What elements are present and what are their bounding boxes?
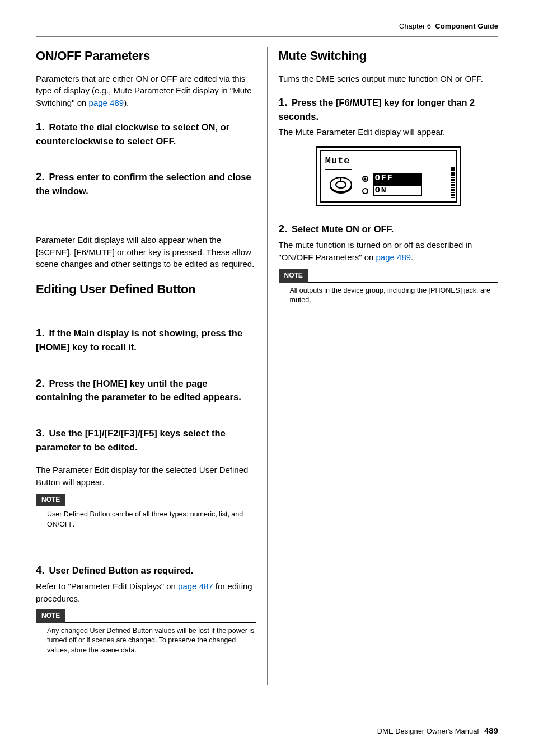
footer-text: DME Designer Owner's Manual bbox=[377, 727, 479, 735]
right-column: Mute Switching Turns the DME series outp… bbox=[267, 47, 499, 685]
heading-onoff: ON/OFF Parameters bbox=[36, 47, 256, 65]
link-page-487[interactable]: page 487 bbox=[178, 581, 213, 591]
note-text: Any changed User Defined Button values w… bbox=[36, 623, 256, 659]
step-number: 2. bbox=[36, 171, 45, 182]
ud-step4: 4. User Defined Button as required. bbox=[36, 562, 256, 578]
radio-selected-icon bbox=[362, 176, 368, 182]
step-text: User Defined Button as required. bbox=[46, 565, 193, 575]
lcd-option-on: ON bbox=[362, 185, 452, 197]
radio-unselected-icon bbox=[362, 188, 368, 194]
ud-step3: 3. Use the [F1]/[F2/[F3]/[F5] keys selec… bbox=[36, 425, 256, 454]
ud-step2: 2. Press the [HOME] key until the page c… bbox=[36, 375, 256, 404]
ud-after3: The Parameter Edit display for the selec… bbox=[36, 464, 256, 489]
step-text: Press enter to confirm the selection and… bbox=[36, 172, 251, 196]
mute-lcd-figure: Mute bbox=[316, 146, 461, 207]
chapter-label: Chapter 6 bbox=[399, 22, 431, 30]
footer: DME Designer Owner's Manual 489 bbox=[377, 725, 498, 737]
step-number: 1. bbox=[36, 327, 45, 339]
note-box-3: NOTE All outputs in the device group, in… bbox=[279, 269, 499, 309]
step-text: If the Main display is not showing, pres… bbox=[36, 328, 242, 352]
heading-mute: Mute Switching bbox=[279, 47, 499, 65]
page-number: 489 bbox=[484, 726, 498, 735]
text: Parameters that are either ON or OFF are… bbox=[36, 74, 252, 108]
step-number: 4. bbox=[36, 564, 45, 576]
lcd-option-off: OFF bbox=[362, 173, 452, 185]
onoff-intro: Parameters that are either ON or OFF are… bbox=[36, 73, 256, 109]
note-text: All outputs in the device group, includi… bbox=[279, 283, 499, 309]
rule bbox=[36, 533, 256, 533]
note-label: NOTE bbox=[279, 269, 308, 282]
step-text: Rotate the dial clockwise to select ON, … bbox=[36, 122, 229, 146]
chapter-title: Component Guide bbox=[435, 22, 498, 30]
left-column: ON/OFF Parameters Parameters that are ei… bbox=[36, 47, 267, 685]
link-page-489a[interactable]: page 489 bbox=[89, 98, 124, 107]
text: The mute function is turned on or off as… bbox=[279, 240, 472, 262]
lcd-scrollbar-icon bbox=[451, 167, 455, 199]
lcd-title: Mute bbox=[325, 154, 352, 171]
step-text: Use the [F1]/[F2/[F3]/[F5] keys select t… bbox=[36, 428, 226, 452]
lcd-off-label: OFF bbox=[373, 173, 422, 185]
step-text: Press the [HOME] key until the page cont… bbox=[36, 378, 241, 402]
step-number: 1. bbox=[279, 96, 288, 108]
mute-intro: Turns the DME series output mute functio… bbox=[279, 73, 499, 85]
step-text: Press the [F6/MUTE] key for longer than … bbox=[279, 97, 475, 121]
onoff-para2: Parameter Edit displays will also appear… bbox=[36, 234, 256, 270]
rule bbox=[279, 309, 499, 309]
text: Refer to "Parameter Edit Displays" on bbox=[36, 581, 178, 591]
mute-after1: The Mute Parameter Edit display will app… bbox=[279, 126, 499, 138]
ud-step1: 1. If the Main display is not showing, p… bbox=[36, 325, 256, 354]
step-number: 3. bbox=[36, 427, 45, 439]
header-rule bbox=[36, 36, 498, 37]
text: . bbox=[411, 252, 413, 262]
rule bbox=[36, 659, 256, 659]
step-text: Select Mute ON or OFF. bbox=[289, 224, 394, 234]
note-text: User Defined Button can be of all three … bbox=[36, 506, 256, 533]
step-number: 2. bbox=[279, 223, 288, 234]
onoff-step2: 2. Press enter to confirm the selection … bbox=[36, 169, 256, 198]
running-header: Chapter 6 Component Guide bbox=[36, 21, 498, 32]
note-label: NOTE bbox=[36, 494, 65, 506]
ud-after4: Refer to "Parameter Edit Displays" on pa… bbox=[36, 580, 256, 605]
lcd-on-label: ON bbox=[373, 185, 422, 197]
note-box-1: NOTE User Defined Button can be of all t… bbox=[36, 493, 256, 533]
mute-step2: 2. Select Mute ON or OFF. bbox=[279, 221, 499, 237]
heading-user-defined: Editing User Defined Button bbox=[36, 280, 256, 298]
link-page-489b[interactable]: page 489 bbox=[376, 252, 411, 262]
dial-icon bbox=[325, 174, 357, 195]
note-label: NOTE bbox=[36, 609, 65, 622]
note-box-2: NOTE Any changed User Defined Button val… bbox=[36, 609, 256, 659]
text: ). bbox=[124, 98, 129, 107]
step-number: 2. bbox=[36, 377, 45, 389]
mute-after2: The mute function is turned on or off as… bbox=[279, 239, 499, 264]
step-number: 1. bbox=[36, 121, 45, 133]
onoff-step1: 1. Rotate the dial clockwise to select O… bbox=[36, 119, 256, 148]
mute-step1: 1. Press the [F6/MUTE] key for longer th… bbox=[279, 95, 499, 123]
